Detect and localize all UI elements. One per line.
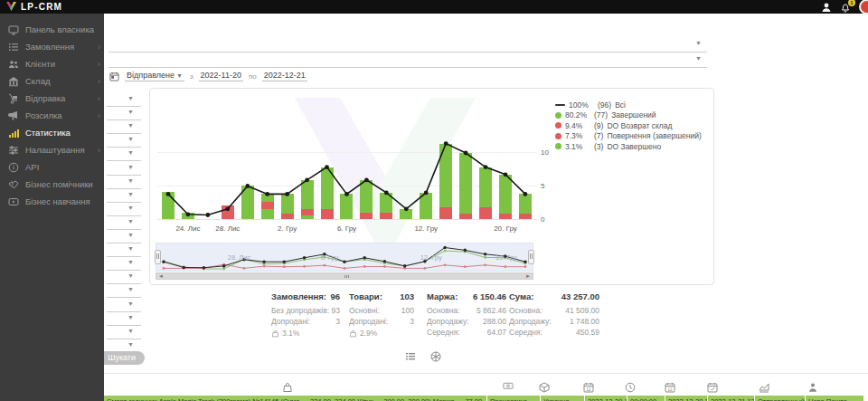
bar-segment[interactable] xyxy=(380,213,392,219)
area-chart-icon[interactable] xyxy=(759,382,769,393)
profile-icon[interactable] xyxy=(821,2,832,13)
package-icon[interactable] xyxy=(539,382,550,393)
bar-segment[interactable] xyxy=(321,209,334,219)
filter-select-16[interactable]: ▼ xyxy=(107,299,141,312)
filter-select-1[interactable]: ▼ xyxy=(107,93,141,107)
sidebar-item-3[interactable]: Склад› xyxy=(0,72,104,90)
bar-segment[interactable] xyxy=(321,167,334,209)
bar-segment[interactable] xyxy=(301,180,314,209)
bar-segment[interactable] xyxy=(459,153,472,214)
sidebar-item-7[interactable]: Налаштування› xyxy=(0,141,104,158)
bar-segment[interactable] xyxy=(301,209,314,215)
calendar-icon[interactable]: 12 xyxy=(665,382,675,393)
filter-select-top-2[interactable]: ▼ xyxy=(108,53,707,68)
filter-select-2[interactable]: ▼ xyxy=(107,107,141,120)
bar-segment[interactable] xyxy=(182,213,194,219)
sidebar-item-0[interactable]: Панель власника xyxy=(0,21,104,38)
filter-select-top-1[interactable]: ▼ xyxy=(108,37,707,53)
bar-segment[interactable] xyxy=(261,209,274,219)
bar-segment[interactable] xyxy=(360,180,373,214)
sidebar-item-8[interactable]: API xyxy=(0,158,104,176)
sidebar-item-9[interactable]: Бізнес помічники xyxy=(0,176,104,193)
sidebar-item-6[interactable]: Статистика xyxy=(0,124,104,141)
table-cell[interactable]: Процессинг xyxy=(487,396,540,401)
stat-row: Середня:64.07 xyxy=(427,327,506,338)
sidebar-item-2[interactable]: Клієнти› xyxy=(0,55,104,72)
bag-icon[interactable] xyxy=(282,382,293,393)
bar-segment[interactable] xyxy=(261,194,274,201)
filter-select-15[interactable]: ▼ xyxy=(107,284,141,298)
navigator-right-handle[interactable] xyxy=(528,250,534,264)
navigator-left-handle[interactable] xyxy=(155,250,161,264)
bar-segment[interactable] xyxy=(281,194,294,214)
svg-text:12: 12 xyxy=(587,387,592,392)
filter-select-6[interactable]: ▼ xyxy=(107,162,141,176)
bar-segment[interactable] xyxy=(241,186,254,219)
banknote-icon[interactable] xyxy=(503,382,514,393)
filter-select-7[interactable]: ▼ xyxy=(107,176,141,189)
scrollbar-grip[interactable] xyxy=(344,275,349,278)
monitor-icon xyxy=(7,24,19,35)
table-cell[interactable]: 2022-12-20 15:00:00 xyxy=(665,396,707,401)
bar-segment[interactable] xyxy=(380,193,392,213)
list-view-icon[interactable] xyxy=(405,351,416,362)
bar-segment[interactable] xyxy=(519,194,532,214)
user-avatar[interactable] xyxy=(859,0,868,14)
sidebar-nav: Панель власникаЗамовлення›Клієнти›Склад›… xyxy=(0,14,104,401)
app-logo[interactable]: LP-CRM xyxy=(5,1,62,12)
table-cell[interactable]: Украина xyxy=(541,396,584,401)
filter-select-3[interactable]: ▼ xyxy=(107,120,141,134)
filter-select-10[interactable]: ▼ xyxy=(107,216,141,230)
sidebar-item-10[interactable]: Бізнес навчання xyxy=(0,193,104,210)
calendar-check-icon[interactable] xyxy=(707,382,718,393)
filter-select-5[interactable]: ▼ xyxy=(107,148,141,161)
table-cell[interactable]: 00:00:00 xyxy=(627,396,665,401)
bar-segment[interactable] xyxy=(400,209,412,219)
package-view-icon[interactable] xyxy=(430,351,441,362)
bar-segment[interactable] xyxy=(261,202,274,209)
bar-segment[interactable] xyxy=(340,194,353,219)
filter-select-13[interactable]: ▼ xyxy=(107,257,141,271)
filter-select-11[interactable]: ▼ xyxy=(107,230,141,243)
bar-segment[interactable] xyxy=(479,207,492,219)
users-icon xyxy=(7,58,19,70)
filter-select-14[interactable]: ▼ xyxy=(107,271,141,284)
filter-select-8[interactable]: ▼ xyxy=(107,189,141,203)
person-icon[interactable] xyxy=(807,382,818,393)
filter-select-9[interactable]: ▼ xyxy=(107,203,141,216)
table-cell[interactable]: Отправленный xyxy=(755,396,805,401)
sidebar-item-1[interactable]: Замовлення› xyxy=(0,38,104,55)
bar-segment[interactable] xyxy=(222,205,234,219)
bar-segment[interactable] xyxy=(439,207,452,219)
chevron-right-icon: › xyxy=(98,94,100,103)
table-cell[interactable]: Смарт-годинник Apple Magic Track (200гра… xyxy=(104,396,486,401)
bar-segment[interactable] xyxy=(499,175,512,214)
bar-segment[interactable] xyxy=(360,213,373,219)
filter-select-4[interactable]: ▼ xyxy=(107,134,141,148)
sidebar-item-5[interactable]: Розсилка› xyxy=(0,107,104,124)
filter-select-12[interactable]: ▼ xyxy=(107,243,141,257)
date-type-select[interactable]: Відправлене▼ xyxy=(125,71,184,81)
bar-segment[interactable] xyxy=(479,167,492,208)
chevron-down-icon: ▼ xyxy=(127,218,134,224)
chart-range-navigator[interactable]: 28. Лис5. Гру12. Гру19. Гру xyxy=(156,243,533,272)
date-to-input[interactable]: 2022-12-21 xyxy=(262,71,307,81)
chart-scrollbar[interactable]: ◄ ► xyxy=(156,272,533,280)
calendar-icon[interactable]: 12 xyxy=(583,382,594,393)
filter-select-18[interactable]: ▼ xyxy=(107,326,141,339)
table-cell[interactable]: Нова Пошта xyxy=(806,396,863,401)
clock-icon[interactable] xyxy=(625,382,636,393)
bar-segment[interactable] xyxy=(162,192,175,219)
date-to-label: по xyxy=(249,72,257,81)
scroll-right-icon[interactable]: ► xyxy=(525,273,531,280)
bar-segment[interactable] xyxy=(420,193,432,219)
scroll-left-icon[interactable]: ◄ xyxy=(158,273,164,280)
table-cell[interactable]: 2022-12-21 13:07:05 xyxy=(708,396,754,401)
date-from-input[interactable]: 2022-11-20 xyxy=(199,71,243,81)
table-row[interactable]: Смарт-годинник Apple Magic Track (200гра… xyxy=(104,396,868,401)
sidebar-item-4[interactable]: Відправка› xyxy=(0,90,104,107)
table-cell[interactable]: 2022-12-20 14:19:04 xyxy=(585,396,627,401)
bar-segment[interactable] xyxy=(439,144,452,208)
notifications-bell-icon[interactable]: 1 xyxy=(840,2,851,13)
filter-select-17[interactable]: ▼ xyxy=(107,312,141,326)
